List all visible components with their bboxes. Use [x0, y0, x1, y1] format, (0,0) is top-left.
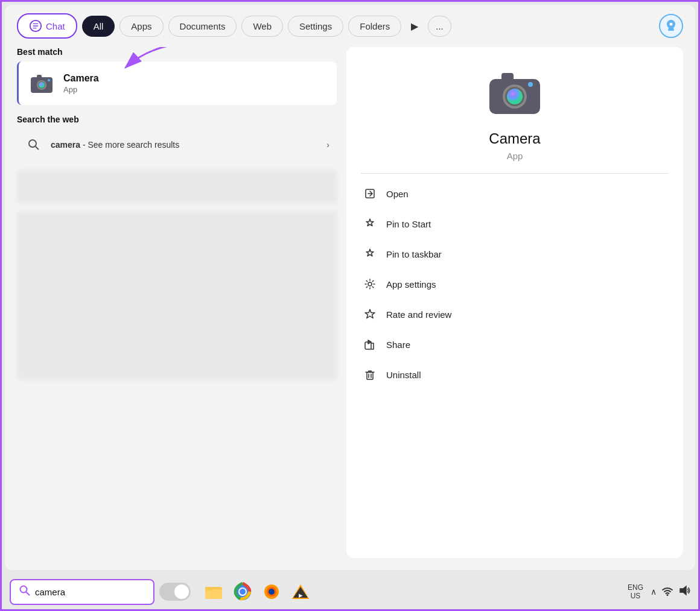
content-area: Best match — [5, 47, 695, 570]
tab-apps-label: Apps — [131, 21, 151, 31]
taskbar-chrome[interactable] — [229, 578, 256, 605]
tab-all-label: All — [94, 21, 104, 31]
action-pin-start[interactable]: Pin to Start — [346, 209, 683, 239]
pin-start-icon — [363, 217, 377, 230]
tab-web[interactable]: Web — [241, 16, 283, 37]
bing-icon — [659, 14, 683, 38]
taskbar-vlc[interactable]: ▶ — [287, 578, 314, 605]
web-search-suffix: - See more search results — [80, 140, 179, 150]
lang-bottom: US — [631, 592, 641, 600]
best-match-section: Best match — [17, 47, 337, 105]
chevron-right-icon: › — [326, 140, 329, 150]
svg-point-9 — [29, 140, 36, 147]
web-search-item[interactable]: camera - See more search results › — [17, 129, 337, 160]
svg-rect-20 — [367, 372, 373, 379]
taskbar-search-input[interactable] — [35, 587, 132, 597]
web-search-query: camera — [51, 140, 80, 150]
more-button[interactable]: ... — [428, 16, 451, 37]
svg-point-28 — [240, 589, 246, 595]
action-app-settings[interactable]: App settings — [346, 269, 683, 299]
taskbar-search-box[interactable] — [10, 579, 154, 605]
svg-point-18 — [368, 282, 372, 286]
svg-point-14 — [507, 89, 523, 104]
svg-point-21 — [21, 586, 27, 592]
action-pin-taskbar[interactable]: Pin to taskbar — [346, 239, 683, 269]
camera-app-info: Camera App — [63, 73, 99, 94]
tray-icons: ∧ — [651, 585, 690, 599]
taskbar: ▶ ENG US ∧ — [0, 572, 700, 611]
tab-all[interactable]: All — [82, 16, 115, 37]
svg-rect-6 — [37, 75, 42, 78]
svg-point-1 — [670, 23, 673, 26]
camera-icon-large — [485, 64, 545, 124]
star-icon — [363, 308, 377, 321]
camera-app-item[interactable]: Camera App — [17, 62, 337, 105]
language-indicator[interactable]: ENG US — [628, 583, 643, 601]
tab-settings[interactable]: Settings — [288, 16, 343, 37]
settings-icon — [363, 277, 377, 291]
action-rate-review[interactable]: Rate and review — [346, 299, 683, 329]
tab-chat[interactable]: Chat — [17, 13, 77, 39]
svg-rect-15 — [501, 73, 514, 81]
right-panel: Camera App Open — [346, 47, 683, 558]
expand-tray-icon[interactable]: ∧ — [651, 587, 657, 597]
svg-marker-36 — [680, 586, 686, 595]
taskbar-toggle[interactable] — [159, 583, 191, 601]
app-detail-type: App — [507, 151, 523, 161]
svg-line-10 — [36, 147, 39, 150]
tab-documents-label: Documents — [180, 21, 226, 31]
web-search-label: Search the web — [17, 115, 337, 124]
tab-web-label: Web — [253, 21, 272, 31]
taskbar-firefox[interactable] — [258, 578, 285, 605]
action-list: Open Pin to Start — [346, 174, 683, 558]
action-share[interactable]: Share — [346, 329, 683, 359]
svg-line-22 — [27, 592, 30, 595]
tab-documents[interactable]: Documents — [168, 16, 237, 37]
svg-text:▶: ▶ — [299, 593, 303, 598]
tab-apps[interactable]: Apps — [119, 16, 163, 37]
wifi-icon[interactable] — [661, 585, 673, 599]
tab-folders-label: Folders — [360, 21, 390, 31]
web-search-text: camera - See more search results — [51, 140, 319, 150]
search-panel: Chat All Apps Documents Web Settings Fol… — [5, 5, 695, 570]
pin-start-label: Pin to Start — [386, 219, 431, 229]
open-icon — [363, 187, 377, 200]
pin-taskbar-label: Pin to taskbar — [386, 249, 442, 259]
web-search-section: Search the web camera - See more search … — [17, 115, 337, 160]
taskbar-search-icon — [19, 585, 30, 599]
share-label: Share — [386, 340, 410, 350]
camera-icon-small — [28, 70, 55, 97]
play-button[interactable]: ▶ — [406, 18, 423, 34]
lang-top: ENG — [628, 583, 643, 592]
pin-taskbar-icon — [363, 247, 377, 261]
search-icon — [24, 135, 43, 154]
filter-bar: Chat All Apps Documents Web Settings Fol… — [5, 5, 695, 47]
action-uninstall[interactable]: Uninstall — [346, 359, 683, 390]
best-match-label: Best match — [17, 47, 337, 57]
camera-app-type: App — [63, 85, 99, 94]
svg-rect-24 — [205, 589, 222, 599]
blurred-item-2 — [17, 211, 337, 380]
volume-icon[interactable] — [678, 585, 690, 599]
svg-point-7 — [48, 79, 50, 81]
svg-point-5 — [39, 82, 45, 88]
uninstall-label: Uninstall — [386, 370, 421, 380]
bing-button[interactable] — [659, 14, 683, 38]
system-tray: ENG US ∧ — [628, 583, 690, 601]
taskbar-app-icons: ▶ — [200, 578, 314, 605]
svg-point-35 — [667, 594, 669, 596]
app-detail-header: Camera App — [346, 47, 683, 173]
tab-settings-label: Settings — [299, 21, 332, 31]
camera-app-name: Camera — [63, 73, 99, 84]
tab-folders[interactable]: Folders — [348, 16, 401, 37]
action-open[interactable]: Open — [346, 179, 683, 209]
taskbar-file-explorer[interactable] — [200, 578, 227, 605]
svg-rect-25 — [205, 587, 212, 590]
blurred-results — [17, 170, 337, 558]
trash-icon — [363, 368, 377, 381]
tab-chat-label: Chat — [46, 21, 65, 31]
app-detail-name: Camera — [489, 130, 540, 147]
share-icon — [363, 338, 377, 351]
svg-point-16 — [528, 82, 533, 87]
open-label: Open — [386, 189, 409, 199]
